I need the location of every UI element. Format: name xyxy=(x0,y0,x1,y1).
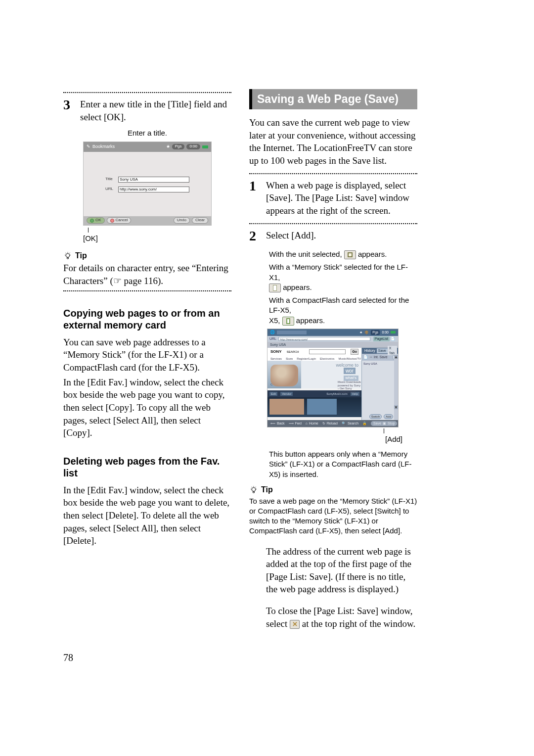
search-input[interactable] xyxy=(309,349,346,354)
doc-icon: 📄 xyxy=(391,336,395,341)
close-icon: ✕ xyxy=(290,620,300,629)
title-input[interactable] xyxy=(118,177,189,183)
add-callout: [Add] xyxy=(249,434,402,444)
step-1: 1 When a web page is displayed, select [… xyxy=(249,179,417,217)
pagelist-label: PageList xyxy=(373,336,390,341)
save-button[interactable]: Save xyxy=(373,421,381,425)
add-note: This button appears only when a “Memory … xyxy=(269,449,417,479)
left-column: 3 Enter a new title in the [Title] field… xyxy=(63,89,231,632)
close-tab[interactable]: X Tab xyxy=(388,346,397,355)
subheading-deleting: Deleting web pages from the Fav. list xyxy=(63,455,231,479)
connect-badge: CONNECT xyxy=(270,382,289,386)
icon-line-1b: appears. xyxy=(358,250,387,258)
icon-line-2a: With a “Memory Stick” selected for the L… xyxy=(269,263,408,281)
pagelist-item[interactable]: Sony USA xyxy=(362,361,398,367)
browser-url-bar: URL http://www.sony.com/ PageList 📄 xyxy=(267,336,398,342)
switch-storage-icon: 📄 xyxy=(363,355,368,359)
cancel-button[interactable]: Cancel xyxy=(107,217,132,224)
back-button[interactable]: Back xyxy=(277,421,285,425)
ok-callout: [OK] xyxy=(83,234,231,243)
tab-pill xyxy=(277,331,307,334)
web-icon: 🌐 xyxy=(270,330,275,335)
browser-titlebar: 🌐 ★🔆Pgs0:00 xyxy=(267,329,398,336)
icon-line-3a: With a CompactFlash card selected for th… xyxy=(269,296,409,314)
scrollbar[interactable]: ▲▼ xyxy=(394,355,398,420)
go-button[interactable]: Go xyxy=(351,349,358,354)
pagelist-panel: History Save X Tab 📄 ↔ Int. Save × Sony … xyxy=(361,348,398,420)
sony-logo: SONY xyxy=(270,349,282,355)
close-paragraph: To close the [Page List: Save] window, s… xyxy=(266,605,417,630)
memorystick-storage-icon xyxy=(269,284,281,292)
divider xyxy=(249,223,417,224)
dialog-footer: OK Cancel Undo Clear xyxy=(84,216,211,225)
url-label: URL xyxy=(269,336,276,341)
tip-label: Tip xyxy=(75,250,87,261)
tip-label: Tip xyxy=(261,484,273,495)
reload-button[interactable]: Reload xyxy=(327,421,338,425)
icon-line-3a2: X5, xyxy=(269,316,282,325)
step-2: 2 Select [Add]. xyxy=(249,229,417,244)
browser-window: 🌐 ★🔆Pgs0:00 URL http://www.sony.com/ Pag… xyxy=(267,329,399,427)
undo-button[interactable]: Undo xyxy=(174,217,190,224)
icon-note-block: With the unit selected, appears. With a … xyxy=(269,249,417,326)
right-column: Saving a Web Page (Save) You can save th… xyxy=(249,89,417,632)
home-button[interactable]: Home xyxy=(309,421,318,425)
lightbulb-icon xyxy=(63,251,72,260)
callout-line xyxy=(384,428,417,433)
site-menu-item[interactable]: Electronics xyxy=(320,357,334,360)
save-tab[interactable]: Save xyxy=(377,348,388,353)
page-number: 78 xyxy=(63,651,73,664)
site-menu-item[interactable]: Register/Login xyxy=(297,357,316,360)
site-menu-item[interactable]: Store xyxy=(286,357,293,360)
step-body: When a web page is displayed, select [Sa… xyxy=(266,179,417,217)
ok-button[interactable]: OK xyxy=(87,217,105,224)
stop-button[interactable]: Stop xyxy=(388,421,395,425)
step-number: 1 xyxy=(249,179,259,217)
subheading-copying: Copying web pages to or from an external… xyxy=(63,307,231,331)
url-input[interactable] xyxy=(118,187,189,192)
tool-icon: ✎ xyxy=(87,143,90,149)
browser-tab[interactable]: Sony USA xyxy=(267,342,398,348)
step-body: Enter a new title in the [Title] field a… xyxy=(80,98,231,123)
title-label: Title xyxy=(105,177,116,182)
pgs-chip: Pgs xyxy=(172,144,185,149)
section-heading: Saving a Web Page (Save) xyxy=(249,89,417,109)
music-download-text: Music Downloads powered by Sony › Get So… xyxy=(338,380,361,393)
compactflash-storage-icon xyxy=(282,317,294,326)
url-value[interactable]: http://www.sony.com/ xyxy=(278,337,370,341)
divider xyxy=(63,92,231,93)
clear-button[interactable]: Clear xyxy=(192,217,208,224)
step-3: 3 Enter a new title in the [Title] field… xyxy=(63,98,231,123)
site-menu-item[interactable]: Services xyxy=(270,357,282,360)
tip-heading: Tip xyxy=(63,250,231,261)
edit-fav-dialog: ✎ Bookmarks ★ Pgs 0:00 Title URL O xyxy=(83,142,212,226)
svg-point-1 xyxy=(252,487,256,491)
section-intro: You can save the current web page to vie… xyxy=(249,116,417,167)
hero-banner: CONNECT welcome to wor what's Music Down… xyxy=(267,361,361,388)
tip-text: For details on character entry, see “Ent… xyxy=(63,262,231,287)
site-menu-item[interactable]: Music/Movies/TV xyxy=(338,357,361,360)
result-paragraph: The address of the current web page is a… xyxy=(266,545,417,596)
forward-button[interactable]: Fwd xyxy=(295,421,302,425)
url-label: URL xyxy=(105,187,116,192)
search-button[interactable]: Search xyxy=(348,421,358,425)
history-tab[interactable]: History xyxy=(363,348,377,353)
dialog-form: Title URL xyxy=(105,177,189,196)
dialog-header-label: Bookmarks xyxy=(92,143,115,149)
callout-line xyxy=(88,228,231,233)
switch-storage-label: ↔ Int. Save xyxy=(369,355,388,359)
browser-viewport: SONY SEARCH Go Services Store Register/L… xyxy=(267,348,361,420)
icon-line-1a: With the unit selected, xyxy=(269,250,344,258)
step-body: Select [Add]. xyxy=(266,229,417,242)
promo-banners xyxy=(267,397,361,417)
dialog-header: ✎ Bookmarks ★ Pgs 0:00 xyxy=(84,142,211,152)
add-button[interactable]: Add xyxy=(384,414,393,419)
page-content: 3 Enter a new title in the [Title] field… xyxy=(63,89,417,632)
icon-line-2b: appears. xyxy=(283,283,312,291)
lightbulb-icon xyxy=(249,485,258,494)
tip-text: To save a web page on the “Memory Stick”… xyxy=(249,496,417,536)
battery-icon xyxy=(202,145,208,148)
browser-bottom-toolbar: ⟸Back ⟹Fwd ⌂Home ↻Reload 🔍Search 🔒 Save▣… xyxy=(267,420,398,427)
unit-storage-icon xyxy=(344,250,356,259)
switch-button[interactable]: Switch xyxy=(369,414,382,419)
